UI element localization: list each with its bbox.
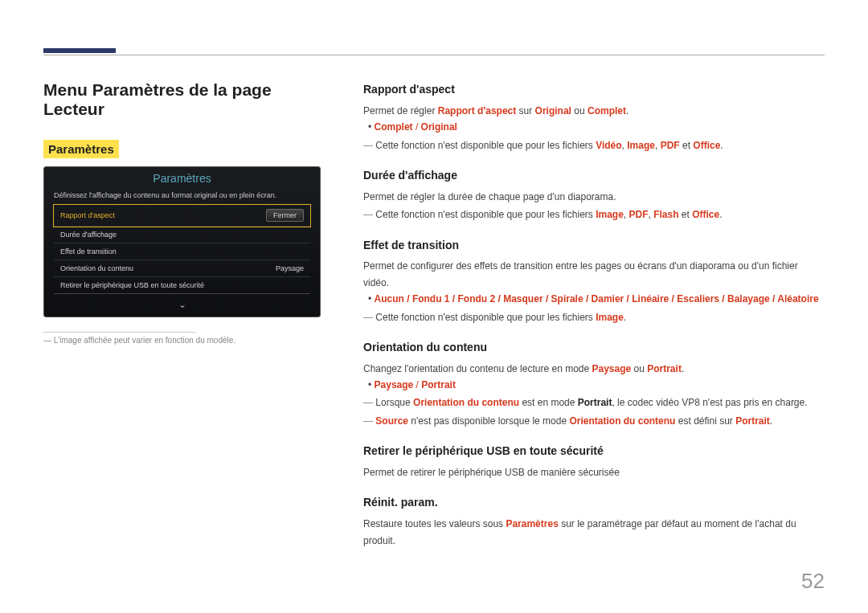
orientation-desc: Changez l'orientation du contenu de lect… bbox=[363, 361, 825, 377]
footnote-rule bbox=[43, 332, 196, 333]
heading-reset: Réinit. param. bbox=[363, 493, 825, 513]
aspect-note: Cette fonction n'est disponible que pour… bbox=[363, 137, 825, 153]
orientation-options: Paysage / Portrait bbox=[375, 377, 825, 393]
aspect-desc: Permet de régler Rapport d'aspect sur Or… bbox=[363, 103, 825, 119]
heading-duration: Durée d'affichage bbox=[363, 166, 825, 186]
heading-usb: Retirer le périphérique USB en toute séc… bbox=[363, 442, 825, 461]
orientation-note1: Lorsque Orientation du contenu est en mo… bbox=[363, 394, 825, 411]
reset-desc: Restaure toutes les valeurs sous Paramèt… bbox=[363, 516, 825, 549]
footnote-text: L'image affichée peut varier en fonction… bbox=[43, 336, 325, 345]
menu-value: Paysage bbox=[276, 264, 304, 272]
heading-aspect: Rapport d'aspect bbox=[363, 80, 825, 100]
page-title: Menu Paramètres de la page Lecteur bbox=[43, 80, 325, 119]
menu-label: Effet de transition bbox=[60, 247, 117, 255]
transition-options: Aucun / Fondu 1 / Fondu 2 / Masquer / Sp… bbox=[375, 291, 825, 307]
close-button: Fermer bbox=[266, 209, 304, 222]
menu-label: Orientation du contenu bbox=[60, 264, 133, 272]
transition-note: Cette fonction n'est disponible que pour… bbox=[363, 309, 825, 325]
heading-orientation: Orientation du contenu bbox=[363, 338, 825, 358]
panel-description: Définissez l'affichage du contenu au for… bbox=[44, 191, 320, 204]
menu-label: Rapport d'aspect bbox=[60, 211, 115, 219]
orientation-note2: Source n'est pas disponible lorsque le m… bbox=[363, 413, 825, 429]
menu-row-usb: Retirer le périphérique USB en toute séc… bbox=[54, 277, 310, 293]
top-accent-bar bbox=[43, 48, 116, 53]
menu-label: Durée d'affichage bbox=[60, 231, 117, 239]
menu-row-orientation: Orientation du contenu Paysage bbox=[54, 260, 310, 277]
duration-desc: Permet de régler la durée de chaque page… bbox=[363, 189, 825, 205]
duration-note: Cette fonction n'est disponible que pour… bbox=[363, 206, 825, 223]
transition-desc: Permet de configurer des effets de trans… bbox=[363, 258, 825, 291]
left-column: Menu Paramètres de la page Lecteur Param… bbox=[43, 80, 325, 549]
page-number: 52 bbox=[801, 569, 825, 594]
usb-desc: Permet de retirer le périphérique USB de… bbox=[363, 464, 825, 480]
section-tag: Paramètres bbox=[43, 140, 119, 158]
right-column: Rapport d'aspect Permet de régler Rappor… bbox=[363, 80, 825, 549]
settings-panel-screenshot: Paramètres Définissez l'affichage du con… bbox=[43, 166, 321, 317]
heading-transition: Effet de transition bbox=[363, 236, 825, 255]
panel-menu-list: Rapport d'aspect Fermer Durée d'affichag… bbox=[54, 204, 310, 294]
panel-title: Paramètres bbox=[44, 167, 320, 191]
menu-row-transition: Effet de transition bbox=[54, 243, 310, 260]
menu-row-duration: Durée d'affichage bbox=[54, 227, 310, 243]
chevron-down-icon: ⌄ bbox=[44, 294, 320, 317]
aspect-options: Complet / Original bbox=[375, 119, 825, 135]
menu-row-aspect: Rapport d'aspect Fermer bbox=[54, 205, 310, 227]
top-rule bbox=[43, 55, 825, 55]
menu-label: Retirer le périphérique USB en toute séc… bbox=[60, 281, 204, 289]
content-columns: Menu Paramètres de la page Lecteur Param… bbox=[43, 80, 825, 549]
